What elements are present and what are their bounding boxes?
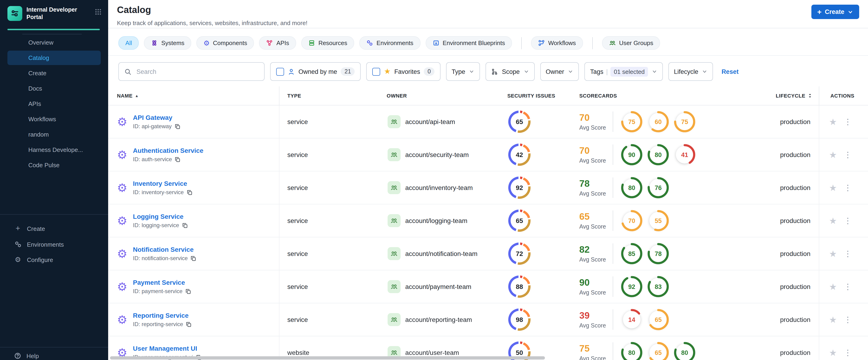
lifecycle-dropdown[interactable]: Lifecycle	[669, 62, 713, 81]
entity-name-link[interactable]: Logging Service	[133, 213, 188, 220]
entity-name-link[interactable]: Notification Service	[133, 246, 196, 253]
copy-icon[interactable]	[175, 156, 181, 162]
owner-name[interactable]: account/logging-team	[405, 217, 467, 224]
entity-name-link[interactable]: Reporting Service	[133, 312, 192, 319]
copy-icon[interactable]	[175, 123, 181, 129]
column-header-name[interactable]: NAME▲	[108, 86, 279, 105]
scorecard-ring[interactable]: 76	[647, 177, 669, 199]
favorite-star-icon[interactable]: ★	[829, 282, 837, 291]
search-input[interactable]	[135, 68, 258, 76]
scorecard-ring[interactable]: 80	[621, 341, 643, 360]
owner-name[interactable]: account/inventory-team	[405, 184, 473, 191]
copy-icon[interactable]	[190, 255, 196, 261]
copy-icon[interactable]	[187, 189, 193, 195]
column-header-lifecycle[interactable]: LIFECYCLE	[754, 86, 819, 105]
star-icon: ★	[384, 68, 391, 75]
scorecard-ring[interactable]: 80	[647, 144, 669, 166]
entity-name-link[interactable]: Payment Service	[133, 279, 191, 286]
favorites-checkbox[interactable]	[372, 68, 380, 76]
app-switcher-grid-icon[interactable]	[95, 8, 102, 17]
scorecard-ring[interactable]: 75	[621, 111, 643, 133]
scorecard-ring[interactable]: 90	[621, 144, 643, 166]
sidebar-item-overview[interactable]: Overview	[7, 35, 101, 50]
sidebar-item-docs[interactable]: Docs	[7, 81, 101, 95]
owner-dropdown[interactable]: Owner	[540, 62, 579, 81]
table-header: NAME▲TYPEOWNERSECURITY ISSUESSCORECARDSL…	[108, 86, 868, 106]
tab-all[interactable]: All	[118, 36, 139, 50]
entity-name-link[interactable]: Authentication Service	[133, 147, 203, 154]
scorecard-ring[interactable]: 80	[621, 177, 643, 199]
more-actions-icon[interactable]: ⋮	[844, 250, 852, 258]
horizontal-scrollbar[interactable]	[110, 356, 545, 360]
tab-environment-blueprints[interactable]: Environment Blueprints	[426, 36, 512, 50]
owner-name[interactable]: account/payment-team	[405, 283, 471, 290]
scorecard-ring[interactable]: 14	[621, 308, 643, 331]
owned-by-me-filter[interactable]: Owned by me 21	[270, 62, 361, 81]
tab-components[interactable]: ⚙Components	[196, 36, 254, 50]
scorecard-ring[interactable]: 65	[647, 341, 669, 360]
tab-resources[interactable]: Resources	[301, 36, 354, 50]
more-actions-icon[interactable]: ⋮	[844, 349, 852, 357]
favorite-star-icon[interactable]: ★	[829, 315, 837, 324]
more-actions-icon[interactable]: ⋮	[844, 151, 852, 159]
favorite-star-icon[interactable]: ★	[829, 249, 837, 258]
more-actions-icon[interactable]: ⋮	[844, 118, 852, 126]
scorecard-ring[interactable]: 70	[621, 210, 643, 232]
scorecard-ring[interactable]: 60	[647, 111, 669, 133]
sidebar-item-workflows[interactable]: Workflows	[7, 112, 101, 126]
sidebar-item-catalog[interactable]: Catalog	[7, 51, 101, 65]
sidebar-bottom-item-create[interactable]: +Create	[0, 220, 108, 237]
more-actions-icon[interactable]: ⋮	[844, 283, 852, 291]
scorecard-ring[interactable]: 75	[674, 111, 696, 133]
type-dropdown[interactable]: Type	[446, 62, 480, 81]
tab-user-groups[interactable]: User Groups	[602, 36, 660, 50]
entity-name-link[interactable]: Inventory Service	[133, 180, 193, 187]
copy-icon[interactable]	[186, 321, 192, 327]
owner-name[interactable]: account/api-team	[405, 118, 455, 125]
favorite-star-icon[interactable]: ★	[829, 216, 837, 225]
more-actions-icon[interactable]: ⋮	[844, 217, 852, 224]
tags-dropdown[interactable]: Tags|01 selected	[585, 62, 663, 81]
scorecard-ring[interactable]: 85	[621, 242, 643, 265]
scorecard-ring[interactable]: 41	[674, 144, 696, 166]
entity-name-link[interactable]: API Gateway	[133, 114, 181, 121]
favorite-star-icon[interactable]: ★	[829, 183, 837, 192]
sidebar-bottom-item-configure[interactable]: ⚙Configure	[0, 252, 108, 268]
sidebar-item-code-pulse[interactable]: Code Pulse	[7, 158, 101, 172]
favorites-filter[interactable]: ★ Favorites 0	[366, 62, 440, 81]
sidebar-footer-item-help[interactable]: Help	[0, 348, 108, 360]
create-button[interactable]: + Create	[811, 5, 859, 19]
scorecard-ring[interactable]: 83	[647, 275, 669, 298]
sidebar-item-random[interactable]: random	[7, 127, 101, 142]
owner-name[interactable]: account/user-team	[405, 349, 459, 356]
user-group-icon	[388, 148, 401, 161]
avg-score-value: 78	[579, 178, 613, 189]
tab-systems[interactable]: Systems	[144, 36, 191, 50]
owner-name[interactable]: account/notification-team	[405, 250, 477, 257]
reset-filters-link[interactable]: Reset	[721, 68, 739, 75]
sidebar-item-create[interactable]: Create	[7, 66, 101, 80]
scorecard-ring[interactable]: 65	[647, 308, 669, 331]
owner-name[interactable]: account/reporting-team	[405, 316, 472, 323]
owner-name[interactable]: account/security-team	[405, 151, 469, 158]
sidebar-bottom-item-environments[interactable]: Environments	[0, 237, 108, 252]
owned-by-me-checkbox[interactable]	[276, 68, 284, 76]
favorite-star-icon[interactable]: ★	[829, 150, 837, 159]
favorite-star-icon[interactable]: ★	[829, 117, 837, 126]
copy-icon[interactable]	[182, 222, 188, 228]
scorecard-ring[interactable]: 92	[621, 275, 643, 298]
scorecard-ring[interactable]: 80	[674, 341, 696, 360]
more-actions-icon[interactable]: ⋮	[844, 184, 852, 191]
tab-workflows[interactable]: Workflows	[531, 36, 583, 50]
scorecard-ring[interactable]: 78	[647, 242, 669, 265]
sidebar-item-harness-develope[interactable]: Harness Develope...	[7, 142, 101, 157]
scorecard-ring[interactable]: 55	[647, 210, 669, 232]
tab-apis[interactable]: APIs	[259, 36, 296, 50]
favorite-star-icon[interactable]: ★	[829, 348, 837, 357]
scope-dropdown[interactable]: Scope	[486, 62, 535, 81]
more-actions-icon[interactable]: ⋮	[844, 316, 852, 324]
entity-name-link[interactable]: User Management UI	[133, 345, 202, 352]
sidebar-item-apis[interactable]: APIs	[7, 96, 101, 111]
tab-environments[interactable]: Environments	[359, 36, 420, 50]
copy-icon[interactable]	[185, 288, 191, 294]
